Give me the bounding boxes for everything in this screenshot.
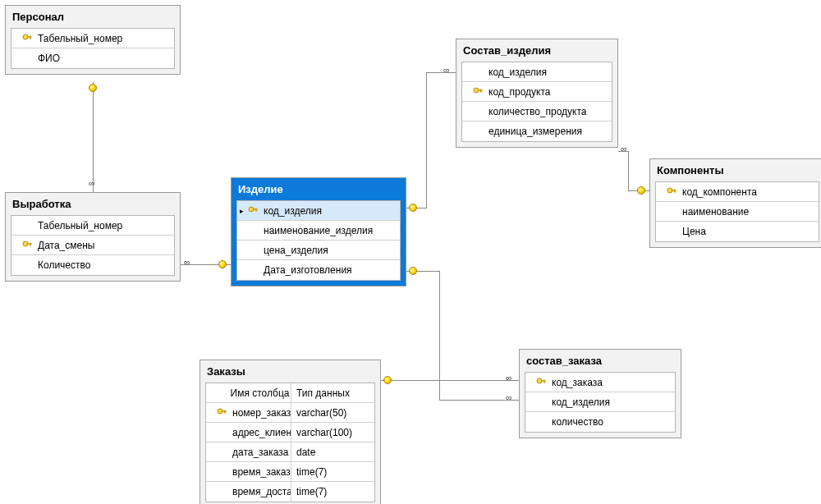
field-name: код_продукта (485, 86, 612, 98)
field-name: единица_измерения (485, 126, 612, 137)
table-row[interactable]: Табельный_номер (11, 216, 174, 236)
table-row[interactable]: ФИО (11, 48, 174, 68)
field-type: varchar(100) (291, 423, 374, 442)
table-row[interactable]: код_продукта (462, 82, 612, 102)
field-type: time(7) (291, 482, 374, 502)
table-body: код_компонента наименование Цена (655, 181, 819, 242)
field-name: время_доставки (229, 486, 291, 497)
endpoint-infinity-icon: ∞ (621, 144, 627, 153)
table-body: код_изделия код_продукта количество_прод… (461, 62, 612, 142)
table-row[interactable]: Количество (11, 255, 174, 275)
table-row[interactable]: адрес_клиента varchar(100) (206, 423, 374, 442)
field-type: varchar(50) (291, 403, 374, 422)
field-name: Табельный_номер (34, 33, 174, 44)
key-icon (20, 241, 34, 250)
table-row[interactable]: Дата_изготовления (237, 260, 400, 280)
table-row[interactable]: время_доставки time(7) (206, 482, 374, 502)
table-komponenty[interactable]: Компоненты код_компонента наименование Ц… (649, 158, 821, 248)
field-name: код_изделия (485, 66, 612, 78)
table-row[interactable]: количество (525, 412, 675, 432)
table-header: Заказы (200, 360, 380, 383)
table-body: Табельный_номер ФИО (11, 28, 175, 69)
table-sostav-izdeliya[interactable]: Состав_изделия код_изделия код_продукта … (456, 39, 618, 148)
table-sostav-zakaza[interactable]: состав_заказа код_заказа код_изделия кол… (519, 349, 681, 438)
table-personal[interactable]: Персонал Табельный_номер ФИО (5, 5, 181, 75)
field-name: ФИО (34, 53, 174, 64)
endpoint-infinity-icon: ∞ (184, 258, 190, 266)
table-row[interactable]: время_заказа time(7) (206, 462, 374, 482)
table-row[interactable]: ▸ код_изделия (237, 201, 400, 221)
table-header: Изделие (232, 178, 406, 200)
table-body: Табельный_номер Дата_смены Количество (11, 215, 175, 276)
table-row[interactable]: номер_заказа varchar(50) (206, 403, 374, 423)
endpoint-key-icon (218, 260, 227, 268)
field-name: Количество (34, 259, 174, 271)
key-icon (245, 206, 260, 216)
table-izdelie[interactable]: Изделие ▸ код_изделия наименование_издел… (231, 177, 406, 286)
field-name: количество_продукта (485, 106, 612, 117)
table-body: ▸ код_изделия наименование_изделия цена_… (236, 200, 401, 281)
field-name: время_заказа (229, 466, 291, 478)
field-name: Цена (679, 226, 819, 237)
table-zakazy[interactable]: Заказы Имя столбца Тип данных номер_зака… (200, 360, 381, 504)
table-header: Выработка (6, 193, 180, 215)
endpoint-infinity-icon: ∞ (89, 179, 95, 187)
table-row[interactable]: код_изделия (462, 62, 612, 82)
table-header: Персонал (6, 6, 180, 28)
field-name: наименование (679, 206, 819, 218)
field-name: код_компонента (679, 186, 819, 198)
key-icon (470, 87, 485, 97)
table-vyrabotka[interactable]: Выработка Табельный_номер Дата_смены Кол… (5, 192, 181, 282)
table-row[interactable]: Табельный_номер (11, 29, 174, 48)
field-name: Табельный_номер (34, 220, 174, 231)
key-icon (664, 187, 679, 197)
selection-marker-icon: ▸ (237, 207, 245, 215)
table-row[interactable]: единица_измерения (462, 121, 612, 141)
table-body: код_заказа код_изделия количество (525, 372, 676, 433)
connector (426, 72, 456, 73)
field-name: цена_изделия (260, 245, 400, 256)
connector (628, 151, 629, 190)
endpoint-key-icon (409, 267, 417, 275)
endpoint-key-icon (637, 186, 645, 195)
endpoint-key-icon (89, 84, 97, 92)
endpoint-key-icon (383, 376, 392, 384)
table-row[interactable]: код_изделия (525, 392, 675, 412)
field-name: код_изделия (260, 205, 400, 217)
endpoint-infinity-icon: ∞ (443, 66, 450, 74)
col-header-1: Имя столбца (229, 387, 291, 399)
endpoint-key-icon (409, 204, 417, 212)
field-name: наименование_изделия (260, 225, 400, 236)
table-column-header: Имя столбца Тип данных (206, 383, 374, 403)
table-row[interactable]: Цена (656, 222, 819, 241)
table-row[interactable]: цена_изделия (237, 241, 400, 260)
table-header: Компоненты (650, 159, 821, 181)
field-name: код_заказа (548, 377, 675, 388)
connector (426, 72, 427, 208)
key-icon (534, 378, 548, 387)
col-header-2: Тип данных (291, 383, 374, 402)
table-header: Состав_изделия (456, 39, 617, 62)
table-row[interactable]: код_заказа (525, 373, 675, 392)
field-name: код_изделия (548, 396, 675, 408)
field-name: количество (548, 416, 675, 428)
table-row[interactable]: наименование (656, 202, 819, 222)
field-type: time(7) (291, 462, 374, 481)
connector (439, 271, 440, 400)
table-row[interactable]: дата_заказа date (206, 442, 374, 462)
table-row[interactable]: Дата_смены (11, 236, 174, 255)
field-name: Дата_смены (34, 240, 174, 251)
key-icon (214, 408, 229, 418)
endpoint-infinity-icon: ∞ (506, 393, 512, 401)
table-header: состав_заказа (520, 350, 681, 372)
table-row[interactable]: наименование_изделия (237, 221, 400, 241)
field-name: Дата_изготовления (260, 264, 400, 276)
connector (93, 82, 94, 192)
field-name: адрес_клиента (229, 427, 291, 438)
table-row[interactable]: код_компонента (656, 182, 819, 202)
table-row[interactable]: количество_продукта (462, 102, 612, 121)
connector (381, 380, 519, 381)
field-name: дата_заказа (229, 447, 291, 458)
field-type: date (291, 442, 374, 461)
endpoint-infinity-icon: ∞ (506, 373, 512, 382)
